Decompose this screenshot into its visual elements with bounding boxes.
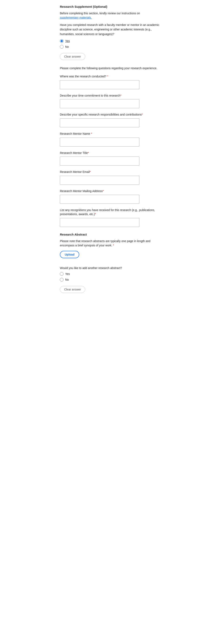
follow-up-text: Please complete the following questions … [60, 66, 160, 70]
clear-answer-button-2[interactable]: Clear answer [60, 286, 85, 293]
add-yes-radio[interactable] [60, 272, 64, 276]
field-label-mentor-title: Research Mentor Title* [60, 151, 160, 155]
clear-answer-button-1[interactable]: Clear answer [60, 53, 85, 60]
yes-radio[interactable] [60, 39, 64, 43]
field-recognitions: List any recognitions you have received … [60, 208, 160, 227]
abstract-required-star: * [112, 244, 114, 247]
section-title: Research Supplement (Optional) [60, 5, 160, 8]
upload-button[interactable]: Upload [60, 251, 79, 258]
required-star-8: * [95, 212, 96, 216]
question1-text: Have you completed research with a facul… [60, 23, 160, 36]
add-yes-label: Yes [65, 272, 70, 276]
add-another-radio-group: Yes No [60, 272, 160, 282]
add-yes-option[interactable]: Yes [60, 272, 160, 276]
field-label-mentor-address: Research Mentor Mailing Address* [60, 189, 160, 193]
add-no-label: No [65, 278, 69, 281]
supplementary-materials-link[interactable]: supplementary materials. [60, 16, 92, 19]
no-label: No [65, 45, 69, 48]
field-mentor-title: Research Mentor Title* [60, 151, 160, 166]
responsibilities-input[interactable] [60, 118, 139, 127]
field-label-responsibilities: Describe your specific research responsi… [60, 113, 160, 117]
abstract-section-title: Research Abstract [60, 233, 160, 236]
no-option[interactable]: No [60, 45, 160, 48]
field-research-location: Where was the research conducted? * [60, 74, 160, 89]
yes-option[interactable]: Yes [60, 39, 160, 43]
recognitions-input[interactable] [60, 218, 139, 227]
required-star-7: * [103, 190, 104, 193]
field-responsibilities: Describe your specific research responsi… [60, 113, 160, 127]
mentor-address-input[interactable] [60, 195, 139, 204]
intro-text: Before completing this section, kindly r… [60, 11, 160, 20]
field-label-time-commitment: Describe your time commitment to this re… [60, 94, 160, 98]
add-no-radio[interactable] [60, 278, 64, 282]
abstract-note: Please note that research abstracts are … [60, 239, 160, 248]
required-star-6: * [90, 170, 91, 174]
add-no-option[interactable]: No [60, 278, 160, 282]
research-abstract-section: Research Abstract Please note that resea… [60, 233, 160, 263]
required-star-5: * [88, 151, 89, 154]
required-star-3: * [142, 113, 143, 116]
add-another-question: Would you like to add another research a… [60, 266, 160, 270]
field-time-commitment: Describe your time commitment to this re… [60, 94, 160, 108]
field-mentor-address: Research Mentor Mailing Address* [60, 189, 160, 204]
time-commitment-input[interactable] [60, 99, 139, 108]
field-label-mentor-email: Research Mentor Email* [60, 170, 160, 174]
mentor-email-input[interactable] [60, 176, 139, 185]
research-location-input[interactable] [60, 80, 139, 89]
field-label-recognitions: List any recognitions you have received … [60, 208, 160, 216]
mentor-title-input[interactable] [60, 156, 139, 166]
question1-radio-group: Yes No [60, 39, 160, 48]
yes-label: Yes [65, 40, 70, 43]
required-star-2: * [120, 94, 121, 97]
required-star-4: * [91, 132, 92, 135]
no-radio[interactable] [60, 45, 64, 48]
field-mentor-email: Research Mentor Email* [60, 170, 160, 185]
required-star: * [106, 75, 108, 78]
field-label-mentor-name: Research Mentor Name * [60, 132, 160, 136]
field-mentor-name: Research Mentor Name * [60, 132, 160, 146]
field-label-research-location: Where was the research conducted? * [60, 74, 160, 78]
mentor-name-input[interactable] [60, 138, 139, 146]
